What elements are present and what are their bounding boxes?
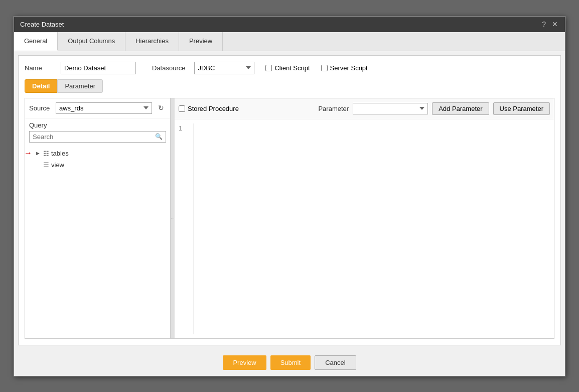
main-tabs: General Output Columns Hierarchies Previ… bbox=[14, 32, 565, 51]
source-label: Source bbox=[29, 104, 52, 112]
refresh-button[interactable]: ↻ bbox=[156, 103, 166, 113]
right-panel: Stored Procedure Parameter Add Parameter… bbox=[175, 98, 554, 338]
tab-preview[interactable]: Preview bbox=[179, 32, 223, 51]
name-datasource-row: Name Datasource JDBC Client Script Serve… bbox=[25, 62, 554, 74]
dialog-titlebar: Create Dataset ? ✕ bbox=[14, 17, 565, 32]
sub-tab-detail[interactable]: Detail bbox=[25, 79, 57, 93]
client-script-group: Client Script bbox=[265, 64, 310, 72]
tables-label: tables bbox=[51, 150, 69, 157]
preview-button[interactable]: Preview bbox=[223, 355, 266, 370]
stored-procedure-checkbox[interactable] bbox=[179, 105, 185, 112]
dialog-body: Name Datasource JDBC Client Script Serve… bbox=[18, 55, 561, 345]
tab-general[interactable]: General bbox=[14, 32, 58, 51]
content-area: Source aws_rds ↻ Query 🔍 → bbox=[25, 98, 554, 339]
titlebar-controls: ? ✕ bbox=[541, 21, 559, 28]
expand-arrow-tables: ► bbox=[35, 150, 41, 156]
parameter-label: Parameter bbox=[318, 105, 349, 112]
name-input[interactable] bbox=[61, 62, 136, 74]
view-label: view bbox=[51, 161, 64, 169]
submit-button[interactable]: Submit bbox=[270, 355, 311, 370]
dialog-title: Create Dataset bbox=[20, 21, 64, 28]
create-dataset-dialog: Create Dataset ? ✕ General Output Column… bbox=[14, 16, 565, 376]
search-box: 🔍 bbox=[29, 131, 166, 143]
name-label: Name bbox=[25, 64, 55, 72]
close-button[interactable]: ✕ bbox=[551, 21, 559, 28]
use-parameter-button[interactable]: Use Parameter bbox=[493, 102, 550, 115]
left-panel: Source aws_rds ↻ Query 🔍 → bbox=[25, 98, 171, 338]
sub-tabs: Detail Parameter bbox=[25, 79, 554, 93]
sub-tab-parameter[interactable]: Parameter bbox=[57, 79, 103, 93]
source-row: Source aws_rds ↻ bbox=[25, 98, 170, 118]
query-label: Query bbox=[25, 118, 170, 131]
parameter-dropdown[interactable] bbox=[353, 103, 428, 114]
client-script-checkbox[interactable] bbox=[265, 65, 272, 71]
add-parameter-button[interactable]: Add Parameter bbox=[432, 102, 489, 115]
code-area: 1 bbox=[175, 119, 554, 338]
datasource-dropdown[interactable]: JDBC bbox=[194, 62, 254, 74]
server-script-label: Server Script bbox=[330, 64, 368, 72]
line-numbers: 1 bbox=[179, 123, 194, 334]
panel-divider[interactable]: ⋮ bbox=[171, 98, 175, 338]
tab-hierarchies[interactable]: Hierarchies bbox=[125, 32, 179, 51]
datasource-label: Datasource bbox=[152, 64, 185, 72]
search-icon: 🔍 bbox=[155, 133, 163, 140]
server-script-checkbox[interactable] bbox=[321, 65, 328, 71]
code-editor[interactable] bbox=[197, 123, 554, 334]
stored-procedure-group: Stored Procedure bbox=[179, 105, 239, 112]
tables-item-container: → ► ☷ tables bbox=[25, 148, 170, 159]
search-input[interactable] bbox=[33, 133, 155, 141]
dialog-footer: Preview Submit Cancel bbox=[14, 349, 565, 376]
table-icon: ☷ bbox=[43, 150, 49, 157]
source-dropdown[interactable]: aws_rds bbox=[56, 102, 152, 114]
tree-item-view[interactable]: ► ☰ view bbox=[25, 159, 170, 171]
view-icon: ☰ bbox=[43, 161, 49, 169]
cancel-button[interactable]: Cancel bbox=[315, 355, 356, 370]
parameter-row: Stored Procedure Parameter Add Parameter… bbox=[175, 98, 554, 119]
client-script-label: Client Script bbox=[274, 64, 310, 72]
tree-item-tables[interactable]: ► ☷ tables bbox=[25, 148, 170, 159]
tree-area: → ► ☷ tables ► ☰ view bbox=[25, 146, 170, 338]
help-button[interactable]: ? bbox=[541, 21, 547, 28]
stored-procedure-label: Stored Procedure bbox=[188, 105, 239, 112]
server-script-group: Server Script bbox=[321, 64, 368, 72]
tab-output-columns[interactable]: Output Columns bbox=[58, 32, 125, 51]
